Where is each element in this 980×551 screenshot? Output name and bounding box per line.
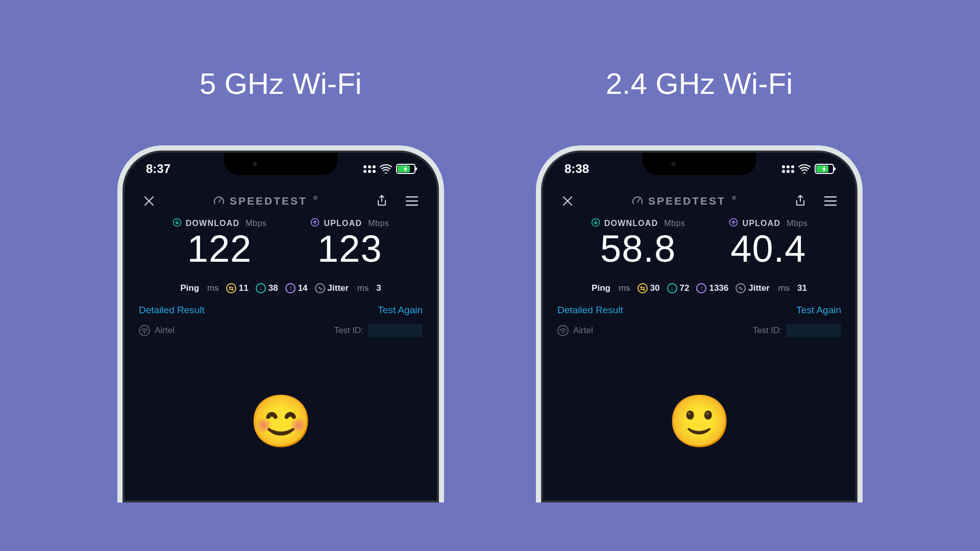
- close-button[interactable]: [140, 192, 158, 210]
- upload-block: UPLOAD Mbps 123: [310, 218, 389, 268]
- trademark-symbol: ®: [313, 195, 317, 201]
- isp-name: Airtel: [155, 325, 175, 336]
- reaction-emoji: 🙂: [543, 391, 855, 451]
- isp-left: Airtel: [139, 325, 175, 336]
- gauge-icon: [213, 195, 225, 207]
- ping-label: Ping: [180, 283, 199, 293]
- phone-frame-5ghz: 8:37: [117, 145, 444, 503]
- download-label: DOWNLOAD: [604, 219, 658, 228]
- status-right: [363, 164, 415, 174]
- gauge-icon: [632, 195, 643, 207]
- jitter-unit: ms: [357, 283, 369, 293]
- isp-name: Airtel: [573, 325, 593, 336]
- status-time: 8:37: [146, 162, 170, 176]
- svg-point-9: [562, 332, 564, 334]
- ping-idle-metric: ⇆30: [638, 283, 660, 293]
- jitter-value: 3: [376, 283, 381, 293]
- ping-idle-icon: ⇆: [226, 283, 236, 293]
- testid-redacted: [368, 324, 423, 337]
- jitter-label: Jitter: [748, 283, 770, 293]
- jitter-label: Jitter: [328, 283, 349, 293]
- isp-left: Airtel: [557, 325, 593, 336]
- test-again-link[interactable]: Test Again: [796, 305, 841, 316]
- upload-unit: Mbps: [787, 219, 807, 228]
- upload-label: UPLOAD: [324, 219, 362, 228]
- jitter-metric: ∿Jitter ms 3: [315, 283, 381, 293]
- app-brand-text: SPEEDTEST: [230, 195, 307, 207]
- cellular-signal-icon: [782, 165, 794, 173]
- speed-row: DOWNLOAD Mbps 122 UPLOAD Mbps 123: [125, 218, 437, 268]
- jitter-icon: ∿: [315, 283, 325, 293]
- app-brand-text: SPEEDTEST: [648, 195, 726, 207]
- title-24ghz: 2.4 GHz Wi-Fi: [606, 66, 793, 101]
- upload-value: 123: [317, 230, 382, 268]
- isp-row: Airtel Test ID:: [543, 324, 855, 337]
- wifi-icon: [380, 164, 392, 173]
- ping-download-icon: ↓: [256, 283, 266, 293]
- share-button[interactable]: [791, 191, 810, 211]
- ping-download-metric: ↓38: [256, 283, 278, 293]
- ping-download-value: 38: [268, 283, 278, 293]
- app-header: SPEEDTEST ®: [125, 191, 437, 211]
- jitter-metric: ∿Jitter ms 31: [736, 283, 807, 293]
- link-row: Detailed Result Test Again: [125, 305, 437, 316]
- ping-idle-value: 30: [650, 283, 660, 293]
- ping-download-value: 72: [680, 283, 690, 293]
- download-block: DOWNLOAD Mbps 58.8: [591, 218, 685, 268]
- notch: [643, 153, 756, 175]
- upload-value: 40.4: [730, 230, 806, 268]
- jitter-value: 31: [797, 283, 807, 293]
- svg-line-0: [219, 199, 221, 202]
- share-button[interactable]: [373, 191, 391, 211]
- status-right: [782, 164, 834, 174]
- menu-button[interactable]: [402, 192, 422, 210]
- ping-unit: ms: [207, 283, 219, 293]
- wifi-icon: [798, 164, 811, 173]
- ping-upload-icon: ↑: [285, 283, 296, 293]
- app-brand: SPEEDTEST ®: [213, 195, 317, 207]
- ping-idle-metric: ⇆11: [226, 283, 249, 293]
- trademark-symbol: ®: [732, 195, 736, 201]
- svg-point-4: [144, 332, 145, 334]
- wifi-small-icon: [139, 325, 150, 336]
- testid-right: Test ID:: [334, 324, 423, 337]
- download-unit: Mbps: [664, 219, 685, 228]
- upload-unit: Mbps: [368, 219, 389, 228]
- test-again-link[interactable]: Test Again: [378, 305, 423, 316]
- wifi-small-icon: [557, 325, 569, 336]
- link-row: Detailed Result Test Again: [543, 305, 855, 316]
- close-button[interactable]: [558, 192, 577, 210]
- battery-charging-icon: [396, 164, 415, 174]
- download-value: 58.8: [600, 230, 676, 268]
- svg-line-5: [638, 199, 640, 202]
- ping-upload-icon: ↑: [696, 283, 706, 293]
- ping-upload-metric: ↑1336: [696, 283, 728, 293]
- status-time: 8:38: [565, 162, 589, 176]
- ping-row: Ping ms ⇆11 ↓38 ↑14 ∿Jitter ms 3: [125, 283, 437, 293]
- download-icon: [591, 218, 600, 229]
- upload-block: UPLOAD Mbps 40.4: [729, 218, 807, 268]
- column-5ghz: 5 GHz Wi-Fi 8:37: [117, 66, 444, 503]
- ping-download-icon: ↓: [667, 283, 677, 293]
- menu-button[interactable]: [821, 192, 840, 210]
- ping-upload-metric: ↑14: [285, 283, 308, 293]
- testid-redacted: [786, 324, 841, 337]
- testid-label: Test ID:: [334, 325, 363, 336]
- ping-unit: ms: [619, 283, 630, 293]
- detailed-result-link[interactable]: Detailed Result: [139, 305, 205, 316]
- jitter-icon: ∿: [736, 283, 746, 293]
- reaction-emoji: 😊: [125, 391, 437, 451]
- testid-right: Test ID:: [752, 324, 841, 337]
- ping-idle-value: 11: [239, 283, 249, 293]
- download-icon: [173, 218, 182, 229]
- phone-frame-24ghz: 8:38: [536, 145, 863, 503]
- ping-row: Ping ms ⇆30 ↓72 ↑1336 ∿Jitter ms 31: [543, 283, 855, 293]
- notch: [224, 153, 337, 175]
- download-block: DOWNLOAD Mbps 122: [173, 218, 267, 268]
- detailed-result-link[interactable]: Detailed Result: [557, 305, 623, 316]
- title-5ghz: 5 GHz Wi-Fi: [200, 66, 362, 101]
- ping-download-metric: ↓72: [667, 283, 690, 293]
- download-value: 122: [187, 230, 252, 268]
- ping-upload-value: 14: [298, 283, 308, 293]
- column-24ghz: 2.4 GHz Wi-Fi 8:38: [536, 66, 863, 503]
